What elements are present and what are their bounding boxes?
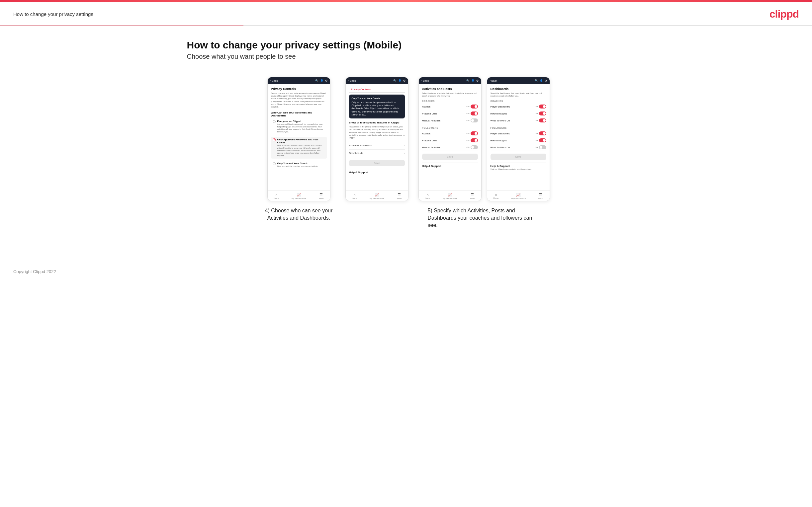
user-icon-2[interactable]: 👤: [398, 79, 402, 82]
coaches-label-3: COACHES: [422, 100, 478, 102]
dashboards-label: Dashboards: [349, 152, 363, 155]
save-button-2[interactable]: Save: [349, 160, 405, 166]
followers-manual-toggle[interactable]: [471, 145, 478, 149]
radio-coach-only[interactable]: Only You and Your Coach Only you and the…: [271, 161, 327, 169]
show-hide-title: Show or hide specific features in Clippd: [349, 121, 405, 124]
tab-bar-4: ⌂ Home 📈 My Performance ☰ Menu: [487, 190, 550, 201]
followers-label-3: FOLLOWERS: [422, 127, 478, 129]
dashboards-text: Select the dashboards that you'd like to…: [491, 92, 546, 98]
radio-desc-coach: Only you and the coaches you connect wit…: [277, 165, 318, 168]
phone-body-1: Privacy Controls Control how you and you…: [268, 84, 330, 190]
tab-performance-label-3: My Performance: [443, 198, 457, 200]
followers-rounds-toggle[interactable]: [471, 131, 478, 135]
phone-nav-icons-1: 🔍 👤 ⚙: [315, 79, 327, 82]
activities-posts-row[interactable]: Activities and Posts ›: [349, 142, 405, 150]
privacy-controls-text-1: Control how you and your data appears to…: [271, 92, 327, 109]
coaches-rounds-toggle[interactable]: [471, 105, 478, 109]
phone-body-4: Dashboards Select the dashboards that yo…: [487, 84, 550, 190]
tab-performance-2[interactable]: 📈 My Performance: [370, 193, 384, 200]
help-support-title-3: Help & Support: [422, 165, 478, 168]
back-button-3[interactable]: ‹ Back: [421, 79, 429, 82]
back-button-4[interactable]: ‹ Back: [490, 79, 498, 82]
tab-performance-4[interactable]: 📈 My Performance: [511, 193, 526, 200]
coaches-drills-toggle[interactable]: [471, 111, 478, 115]
back-button-2[interactable]: ‹ Back: [348, 79, 356, 82]
radio-desc-everyone: Anyone on Clippd can search for you and …: [277, 123, 325, 133]
tab-home-label-2: Home: [352, 197, 357, 199]
followers-what-to-work-toggle[interactable]: [539, 145, 546, 149]
activities-posts-text: Select the types of activity that you'd …: [422, 92, 478, 98]
screenshots-group-step5: ‹ Back 🔍 👤 ⚙ Activities and Posts Select…: [418, 77, 550, 229]
tab-performance-1[interactable]: 📈 My Performance: [292, 193, 306, 200]
search-icon-2[interactable]: 🔍: [393, 79, 397, 82]
user-icon-4[interactable]: 👤: [540, 79, 543, 82]
radio-everyone[interactable]: Everyone on Clippd Anyone on Clippd can …: [271, 118, 327, 135]
home-icon-2: ⌂: [353, 193, 356, 197]
search-icon-3[interactable]: 🔍: [466, 79, 470, 82]
followers-label-4: FOLLOWERS: [491, 127, 546, 129]
coaches-manual-row: Manual Activities ON: [422, 117, 478, 124]
tab-menu-3[interactable]: ☰ Menu: [470, 193, 475, 200]
main-content: How to change your privacy settings (Mob…: [174, 26, 639, 263]
tab-home-2[interactable]: ⌂ Home: [352, 193, 357, 199]
phone-screen-1: ‹ Back 🔍 👤 ⚙ Privacy Controls Control ho…: [267, 77, 331, 201]
home-icon-3: ⌂: [426, 193, 429, 197]
settings-icon-3[interactable]: ⚙: [476, 79, 478, 82]
radio-approved[interactable]: Only Approved Followers and Your Coach O…: [271, 137, 327, 159]
coaches-round-insights-toggle[interactable]: [539, 111, 546, 115]
phone-body-2: Privacy Controls Only You and Your Coach…: [346, 84, 408, 190]
menu-icon-3: ☰: [471, 193, 474, 197]
followers-round-insights-toggle[interactable]: [539, 138, 546, 143]
user-icon-1[interactable]: 👤: [320, 79, 323, 82]
back-button-1[interactable]: ‹ Back: [270, 79, 278, 82]
tab-home-label-3: Home: [425, 197, 430, 199]
tab-performance-3[interactable]: 📈 My Performance: [443, 193, 457, 200]
screenshot-group-1: ‹ Back 🔍 👤 ⚙ Privacy Controls Control ho…: [262, 77, 336, 222]
tab-home-3[interactable]: ⌂ Home: [425, 193, 430, 199]
tab-home-1[interactable]: ⌂ Home: [274, 193, 279, 199]
tooltip-text: Only you and the coaches you connect wit…: [352, 101, 402, 116]
followers-what-to-work-row: What To Work On ON: [491, 144, 546, 151]
help-support-text-4: Visit our Clippd community to troublesho…: [491, 168, 546, 170]
page-subtitle: Choose what you want people to see: [187, 53, 625, 60]
followers-drills-label: Practice Drills: [422, 139, 438, 142]
site-header: How to change your privacy settings clip…: [0, 2, 812, 25]
coaches-round-insights-row: Round Insights ON: [491, 110, 546, 117]
search-icon-4[interactable]: 🔍: [535, 79, 538, 82]
screenshot-group-2: ‹ Back 🔍 👤 ⚙ Privacy Controls Only You a…: [345, 77, 408, 201]
tab-menu-label-2: Menu: [397, 198, 402, 200]
tab-menu-2[interactable]: ☰ Menu: [397, 193, 402, 200]
tab-menu-4[interactable]: ☰ Menu: [538, 193, 543, 200]
tab-performance-label-1: My Performance: [292, 198, 306, 200]
save-button-4[interactable]: Save: [491, 154, 546, 160]
privacy-controls-title-1: Privacy Controls: [271, 87, 327, 91]
phone-screen-4: ‹ Back 🔍 👤 ⚙ Dashboards Select the dashb…: [487, 77, 550, 201]
user-icon-3[interactable]: 👤: [471, 79, 474, 82]
caption-step5: 5) Specify which Activities, Posts and D…: [428, 207, 541, 229]
followers-drills-toggle[interactable]: [471, 138, 478, 143]
coaches-player-dashboard-toggle[interactable]: [539, 105, 546, 109]
dashboards-row[interactable]: Dashboards ›: [349, 150, 405, 157]
save-button-3[interactable]: Save: [422, 154, 478, 160]
phone-nav-bar-2: ‹ Back 🔍 👤 ⚙: [346, 77, 408, 84]
coaches-manual-toggle[interactable]: [471, 118, 478, 122]
tab-menu-1[interactable]: ☰ Menu: [319, 193, 324, 200]
home-icon-4: ⌂: [495, 193, 497, 197]
coaches-what-to-work-toggle[interactable]: [539, 118, 546, 122]
phone-tabs-2: Privacy Controls: [349, 87, 405, 93]
performance-icon-2: 📈: [374, 193, 379, 197]
privacy-controls-tab[interactable]: Privacy Controls: [349, 87, 373, 92]
followers-player-dashboard-toggle[interactable]: [539, 131, 546, 135]
coaches-round-insights-label: Round Insights: [491, 112, 507, 115]
site-footer: Copyright Clippd 2022: [0, 263, 812, 281]
screenshots-row: ‹ Back 🔍 👤 ⚙ Privacy Controls Control ho…: [187, 77, 625, 229]
settings-icon-2[interactable]: ⚙: [403, 79, 406, 82]
settings-icon-1[interactable]: ⚙: [325, 79, 327, 82]
tab-home-4[interactable]: ⌂ Home: [493, 193, 499, 199]
followers-drills-row: Practice Drills ON: [422, 137, 478, 144]
coaches-what-to-work-label: What To Work On: [491, 119, 510, 122]
search-icon-1[interactable]: 🔍: [315, 79, 318, 82]
followers-what-to-work-label: What To Work On: [491, 146, 510, 149]
settings-icon-4[interactable]: ⚙: [545, 79, 547, 82]
radio-circle-everyone: [273, 120, 276, 123]
